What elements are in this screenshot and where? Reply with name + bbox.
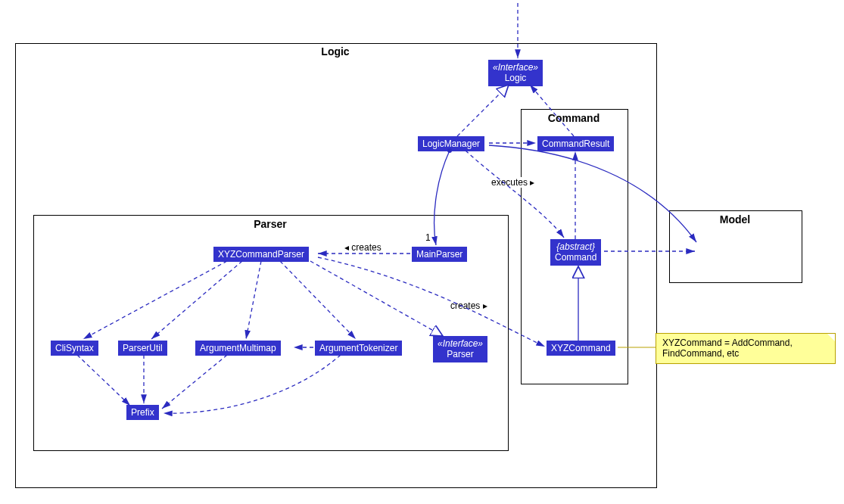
node-command-result: CommandResult — [537, 136, 614, 151]
diagram-canvas: Logic Parser Command Model «Interface» L… — [0, 0, 844, 504]
package-logic-label: Logic — [15, 45, 656, 58]
package-command-label: Command — [521, 112, 627, 124]
label-one: 1 — [424, 232, 432, 243]
label-creates-command: creates ▸ — [449, 300, 489, 311]
node-prefix: Prefix — [126, 405, 159, 420]
package-model-label: Model — [669, 213, 801, 226]
node-xyz-command-parser: XYZCommandParser — [213, 247, 309, 262]
package-parser-label: Parser — [33, 218, 507, 230]
note-text: XYZCommand = AddCommand, FindCommand, et… — [662, 338, 793, 359]
node-main-parser: MainParser — [412, 247, 467, 262]
node-cli-syntax: CliSyntax — [51, 341, 98, 356]
abstract-command-name: Command — [555, 252, 596, 263]
node-parser-interface: «Interface» Parser — [433, 336, 487, 362]
node-logic-manager: LogicManager — [418, 136, 484, 151]
logic-if-name: Logic — [505, 73, 527, 83]
node-abstract-command: {abstract} Command — [550, 239, 601, 266]
stereotype-interface: «Interface» — [493, 62, 538, 73]
label-executes: executes ▸ — [490, 177, 536, 188]
note-xyz-command: XYZCommand = AddCommand, FindCommand, et… — [656, 333, 836, 364]
node-logic-interface: «Interface» Logic — [488, 60, 543, 86]
node-xyz-command: XYZCommand — [547, 341, 615, 356]
stereotype-abstract: {abstract} — [555, 241, 596, 252]
stereotype-parser-if: «Interface» — [438, 338, 483, 349]
node-arg-multimap: ArgumentMultimap — [195, 341, 281, 356]
label-creates-mainparser: ◂ creates — [343, 242, 383, 253]
node-parser-util: ParserUtil — [118, 341, 167, 356]
parser-if-name: Parser — [447, 349, 473, 359]
node-arg-tokenizer: ArgumentTokenizer — [315, 341, 402, 356]
